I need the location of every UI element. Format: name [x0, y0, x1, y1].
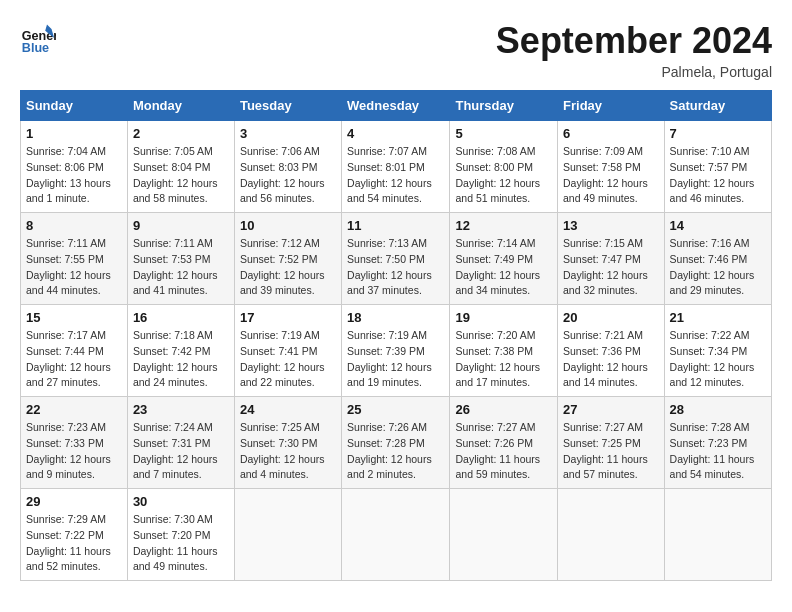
calendar-cell: 27Sunrise: 7:27 AMSunset: 7:25 PMDayligh… — [558, 397, 665, 489]
subtitle: Palmela, Portugal — [496, 64, 772, 80]
day-detail: Sunrise: 7:27 AMSunset: 7:26 PMDaylight:… — [455, 420, 552, 483]
day-detail: Sunrise: 7:17 AMSunset: 7:44 PMDaylight:… — [26, 328, 122, 391]
day-number: 7 — [670, 126, 766, 141]
calendar-cell — [450, 489, 558, 581]
week-row-2: 8Sunrise: 7:11 AMSunset: 7:55 PMDaylight… — [21, 213, 772, 305]
week-row-1: 1Sunrise: 7:04 AMSunset: 8:06 PMDaylight… — [21, 121, 772, 213]
day-detail: Sunrise: 7:14 AMSunset: 7:49 PMDaylight:… — [455, 236, 552, 299]
calendar-cell: 9Sunrise: 7:11 AMSunset: 7:53 PMDaylight… — [127, 213, 234, 305]
calendar-cell: 29Sunrise: 7:29 AMSunset: 7:22 PMDayligh… — [21, 489, 128, 581]
day-detail: Sunrise: 7:28 AMSunset: 7:23 PMDaylight:… — [670, 420, 766, 483]
day-detail: Sunrise: 7:04 AMSunset: 8:06 PMDaylight:… — [26, 144, 122, 207]
calendar-cell: 6Sunrise: 7:09 AMSunset: 7:58 PMDaylight… — [558, 121, 665, 213]
calendar-cell: 25Sunrise: 7:26 AMSunset: 7:28 PMDayligh… — [342, 397, 450, 489]
col-header-sunday: Sunday — [21, 91, 128, 121]
day-detail: Sunrise: 7:11 AMSunset: 7:53 PMDaylight:… — [133, 236, 229, 299]
day-number: 4 — [347, 126, 444, 141]
calendar-cell: 13Sunrise: 7:15 AMSunset: 7:47 PMDayligh… — [558, 213, 665, 305]
calendar-cell: 19Sunrise: 7:20 AMSunset: 7:38 PMDayligh… — [450, 305, 558, 397]
day-number: 25 — [347, 402, 444, 417]
calendar-cell — [664, 489, 771, 581]
week-row-5: 29Sunrise: 7:29 AMSunset: 7:22 PMDayligh… — [21, 489, 772, 581]
day-number: 17 — [240, 310, 336, 325]
week-row-3: 15Sunrise: 7:17 AMSunset: 7:44 PMDayligh… — [21, 305, 772, 397]
day-number: 21 — [670, 310, 766, 325]
col-header-thursday: Thursday — [450, 91, 558, 121]
calendar-cell: 10Sunrise: 7:12 AMSunset: 7:52 PMDayligh… — [234, 213, 341, 305]
day-detail: Sunrise: 7:21 AMSunset: 7:36 PMDaylight:… — [563, 328, 659, 391]
day-number: 16 — [133, 310, 229, 325]
calendar-cell: 2Sunrise: 7:05 AMSunset: 8:04 PMDaylight… — [127, 121, 234, 213]
day-detail: Sunrise: 7:29 AMSunset: 7:22 PMDaylight:… — [26, 512, 122, 575]
day-detail: Sunrise: 7:19 AMSunset: 7:41 PMDaylight:… — [240, 328, 336, 391]
day-number: 3 — [240, 126, 336, 141]
svg-text:Blue: Blue — [22, 41, 49, 55]
calendar-cell: 20Sunrise: 7:21 AMSunset: 7:36 PMDayligh… — [558, 305, 665, 397]
day-detail: Sunrise: 7:20 AMSunset: 7:38 PMDaylight:… — [455, 328, 552, 391]
day-number: 29 — [26, 494, 122, 509]
day-detail: Sunrise: 7:24 AMSunset: 7:31 PMDaylight:… — [133, 420, 229, 483]
day-number: 2 — [133, 126, 229, 141]
calendar-cell: 11Sunrise: 7:13 AMSunset: 7:50 PMDayligh… — [342, 213, 450, 305]
logo-icon: General Blue — [20, 20, 56, 56]
day-detail: Sunrise: 7:15 AMSunset: 7:47 PMDaylight:… — [563, 236, 659, 299]
day-number: 18 — [347, 310, 444, 325]
calendar-cell: 5Sunrise: 7:08 AMSunset: 8:00 PMDaylight… — [450, 121, 558, 213]
calendar-cell: 24Sunrise: 7:25 AMSunset: 7:30 PMDayligh… — [234, 397, 341, 489]
calendar-cell: 14Sunrise: 7:16 AMSunset: 7:46 PMDayligh… — [664, 213, 771, 305]
col-header-monday: Monday — [127, 91, 234, 121]
col-header-saturday: Saturday — [664, 91, 771, 121]
day-detail: Sunrise: 7:16 AMSunset: 7:46 PMDaylight:… — [670, 236, 766, 299]
day-detail: Sunrise: 7:11 AMSunset: 7:55 PMDaylight:… — [26, 236, 122, 299]
day-number: 24 — [240, 402, 336, 417]
day-detail: Sunrise: 7:18 AMSunset: 7:42 PMDaylight:… — [133, 328, 229, 391]
day-number: 13 — [563, 218, 659, 233]
calendar-cell: 12Sunrise: 7:14 AMSunset: 7:49 PMDayligh… — [450, 213, 558, 305]
day-number: 15 — [26, 310, 122, 325]
day-detail: Sunrise: 7:25 AMSunset: 7:30 PMDaylight:… — [240, 420, 336, 483]
day-detail: Sunrise: 7:06 AMSunset: 8:03 PMDaylight:… — [240, 144, 336, 207]
day-number: 6 — [563, 126, 659, 141]
day-number: 20 — [563, 310, 659, 325]
calendar-cell: 15Sunrise: 7:17 AMSunset: 7:44 PMDayligh… — [21, 305, 128, 397]
day-detail: Sunrise: 7:23 AMSunset: 7:33 PMDaylight:… — [26, 420, 122, 483]
calendar-cell: 3Sunrise: 7:06 AMSunset: 8:03 PMDaylight… — [234, 121, 341, 213]
day-detail: Sunrise: 7:12 AMSunset: 7:52 PMDaylight:… — [240, 236, 336, 299]
day-detail: Sunrise: 7:08 AMSunset: 8:00 PMDaylight:… — [455, 144, 552, 207]
week-row-4: 22Sunrise: 7:23 AMSunset: 7:33 PMDayligh… — [21, 397, 772, 489]
calendar-cell: 26Sunrise: 7:27 AMSunset: 7:26 PMDayligh… — [450, 397, 558, 489]
month-title: September 2024 — [496, 20, 772, 62]
day-number: 23 — [133, 402, 229, 417]
day-number: 9 — [133, 218, 229, 233]
calendar-cell — [558, 489, 665, 581]
day-number: 27 — [563, 402, 659, 417]
calendar-cell: 22Sunrise: 7:23 AMSunset: 7:33 PMDayligh… — [21, 397, 128, 489]
day-number: 28 — [670, 402, 766, 417]
day-detail: Sunrise: 7:30 AMSunset: 7:20 PMDaylight:… — [133, 512, 229, 575]
day-detail: Sunrise: 7:26 AMSunset: 7:28 PMDaylight:… — [347, 420, 444, 483]
day-detail: Sunrise: 7:13 AMSunset: 7:50 PMDaylight:… — [347, 236, 444, 299]
day-detail: Sunrise: 7:07 AMSunset: 8:01 PMDaylight:… — [347, 144, 444, 207]
calendar-cell — [234, 489, 341, 581]
calendar-cell: 1Sunrise: 7:04 AMSunset: 8:06 PMDaylight… — [21, 121, 128, 213]
calendar-cell: 28Sunrise: 7:28 AMSunset: 7:23 PMDayligh… — [664, 397, 771, 489]
calendar-cell: 8Sunrise: 7:11 AMSunset: 7:55 PMDaylight… — [21, 213, 128, 305]
calendar-cell: 23Sunrise: 7:24 AMSunset: 7:31 PMDayligh… — [127, 397, 234, 489]
day-number: 19 — [455, 310, 552, 325]
calendar-cell: 7Sunrise: 7:10 AMSunset: 7:57 PMDaylight… — [664, 121, 771, 213]
day-number: 10 — [240, 218, 336, 233]
calendar-cell: 4Sunrise: 7:07 AMSunset: 8:01 PMDaylight… — [342, 121, 450, 213]
calendar-cell: 21Sunrise: 7:22 AMSunset: 7:34 PMDayligh… — [664, 305, 771, 397]
calendar-cell: 16Sunrise: 7:18 AMSunset: 7:42 PMDayligh… — [127, 305, 234, 397]
calendar-cell — [342, 489, 450, 581]
page-header: General Blue September 2024 Palmela, Por… — [20, 20, 772, 80]
title-block: September 2024 Palmela, Portugal — [496, 20, 772, 80]
day-number: 5 — [455, 126, 552, 141]
day-detail: Sunrise: 7:22 AMSunset: 7:34 PMDaylight:… — [670, 328, 766, 391]
day-number: 14 — [670, 218, 766, 233]
calendar-cell: 18Sunrise: 7:19 AMSunset: 7:39 PMDayligh… — [342, 305, 450, 397]
calendar-table: SundayMondayTuesdayWednesdayThursdayFrid… — [20, 90, 772, 581]
day-number: 8 — [26, 218, 122, 233]
day-detail: Sunrise: 7:19 AMSunset: 7:39 PMDaylight:… — [347, 328, 444, 391]
day-number: 12 — [455, 218, 552, 233]
